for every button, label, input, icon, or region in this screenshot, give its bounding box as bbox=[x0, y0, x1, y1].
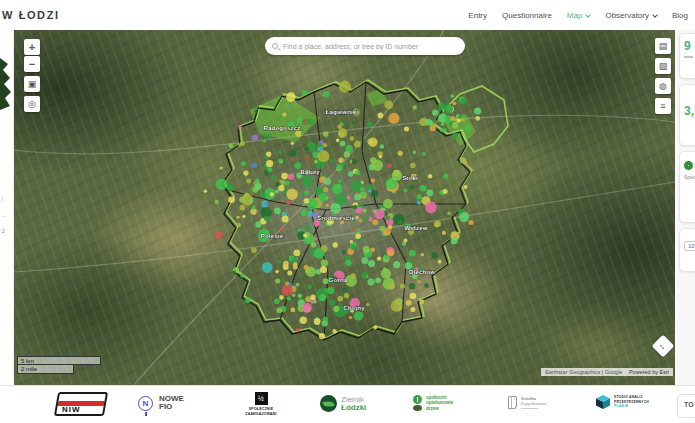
partner-logo-nowe-fio[interactable]: N NOWE FIO bbox=[138, 395, 184, 411]
tree-dot[interactable] bbox=[400, 283, 405, 288]
tree-dot[interactable] bbox=[388, 113, 399, 124]
tree-dot[interactable] bbox=[243, 171, 248, 176]
tree-dot[interactable] bbox=[330, 203, 341, 214]
tree-dot[interactable] bbox=[404, 189, 408, 193]
tree-dot[interactable] bbox=[380, 144, 384, 148]
tree-dot[interactable] bbox=[384, 254, 389, 259]
tree-dot[interactable] bbox=[282, 216, 289, 223]
tree-dot[interactable] bbox=[450, 116, 455, 121]
tree-dot[interactable] bbox=[413, 105, 417, 109]
zoom-in-button[interactable]: + bbox=[24, 39, 40, 55]
tree-dot[interactable] bbox=[387, 164, 392, 169]
tree-dot[interactable] bbox=[345, 260, 351, 266]
tree-dot[interactable] bbox=[298, 293, 302, 297]
tree-dot[interactable] bbox=[433, 119, 436, 122]
tree-dot[interactable] bbox=[355, 233, 361, 239]
tree-dot[interactable] bbox=[325, 197, 328, 200]
tree-dot[interactable] bbox=[333, 242, 338, 247]
tree-dot[interactable] bbox=[354, 141, 361, 148]
tree-dot[interactable] bbox=[371, 190, 378, 197]
tree-dot[interactable] bbox=[350, 124, 354, 128]
tree-dot[interactable] bbox=[413, 151, 416, 154]
tree-dot[interactable] bbox=[460, 98, 467, 105]
tree-dot[interactable] bbox=[349, 316, 352, 319]
tree-dot[interactable] bbox=[361, 272, 368, 279]
tree-dot[interactable] bbox=[307, 142, 314, 149]
tree-dot[interactable] bbox=[378, 113, 384, 119]
tree-dot[interactable] bbox=[443, 173, 448, 178]
tree-dot[interactable] bbox=[319, 294, 326, 301]
tree-dot[interactable] bbox=[465, 125, 471, 131]
tree-dot[interactable] bbox=[440, 128, 444, 132]
map-canvas[interactable]: ŁagiewnikiRadogoszczBałutyStokiŚródmieśc… bbox=[14, 30, 675, 385]
partner-logo-opiekunowie-drzew[interactable]: społeczni opiekunowie drzew bbox=[413, 395, 453, 411]
tree-dot[interactable] bbox=[288, 174, 294, 180]
tree-dot[interactable] bbox=[361, 257, 368, 264]
tree-dot[interactable] bbox=[233, 271, 236, 274]
tree-dot[interactable] bbox=[375, 277, 381, 283]
locate-button[interactable]: ◎ bbox=[24, 96, 40, 112]
tree-dot[interactable] bbox=[404, 239, 408, 243]
nav-map[interactable]: Map bbox=[567, 11, 591, 20]
tree-dot[interactable] bbox=[355, 170, 360, 175]
tree-dot[interactable] bbox=[428, 174, 432, 178]
tree-dot[interactable] bbox=[323, 131, 329, 137]
tree-dot[interactable] bbox=[386, 216, 390, 220]
tree-dot[interactable] bbox=[204, 190, 207, 193]
tree-dot[interactable] bbox=[373, 325, 377, 329]
tree-dot[interactable] bbox=[300, 317, 307, 324]
tree-dot[interactable] bbox=[294, 162, 301, 169]
tree-dot[interactable] bbox=[313, 300, 316, 303]
tree-dot[interactable] bbox=[469, 220, 474, 225]
tree-dot[interactable] bbox=[442, 231, 446, 235]
tree-dot[interactable] bbox=[344, 293, 349, 298]
tree-dot[interactable] bbox=[296, 283, 300, 287]
tree-dot[interactable] bbox=[330, 159, 334, 163]
tree-dot[interactable] bbox=[277, 308, 283, 314]
tree-dot[interactable] bbox=[420, 299, 425, 304]
tree-dot[interactable] bbox=[409, 250, 416, 257]
tree-dot[interactable] bbox=[237, 223, 241, 227]
nav-questionnaire[interactable]: Questionnaire bbox=[502, 11, 552, 20]
partner-logo-zajaczkowska[interactable]: Szkółka Zajączkowska bbox=[508, 396, 546, 409]
tree-dot[interactable] bbox=[461, 118, 465, 122]
tree-dot[interactable] bbox=[287, 271, 292, 276]
tree-dot[interactable] bbox=[285, 282, 289, 286]
tree-dot[interactable] bbox=[367, 122, 373, 128]
list-button[interactable]: ≡ bbox=[655, 98, 671, 114]
tree-dot[interactable] bbox=[391, 300, 403, 312]
tree-dot[interactable] bbox=[275, 278, 280, 283]
tree-dot[interactable] bbox=[303, 234, 307, 238]
tree-dot[interactable] bbox=[452, 133, 458, 139]
tree-dot[interactable] bbox=[377, 256, 381, 260]
tree-dot[interactable] bbox=[308, 211, 314, 217]
tree-dot[interactable] bbox=[307, 284, 312, 289]
tree-dot[interactable] bbox=[389, 283, 395, 289]
stat-card-total[interactable]: 3,1 bbox=[679, 84, 695, 146]
tree-dot[interactable] bbox=[319, 333, 325, 339]
tree-dot[interactable] bbox=[404, 126, 409, 131]
scroll-top-button[interactable]: TO bbox=[677, 394, 695, 418]
tree-dot[interactable] bbox=[451, 94, 455, 98]
tree-dot[interactable] bbox=[290, 156, 295, 161]
tree-dot[interactable] bbox=[252, 135, 258, 141]
tree-dot[interactable] bbox=[289, 282, 293, 286]
tree-dot[interactable] bbox=[302, 303, 312, 313]
tree-dot[interactable] bbox=[302, 119, 308, 125]
nav-entry[interactable]: Entry bbox=[468, 11, 487, 20]
tree-dot[interactable] bbox=[306, 266, 316, 276]
tree-dot[interactable] bbox=[406, 300, 412, 306]
settings-button[interactable]: ◍ bbox=[655, 78, 671, 94]
tree-dot[interactable] bbox=[238, 143, 241, 146]
tree-dot[interactable] bbox=[286, 201, 290, 205]
tree-dot[interactable] bbox=[320, 266, 327, 273]
basemap-button[interactable]: ▣ bbox=[24, 76, 40, 92]
tree-dot[interactable] bbox=[292, 258, 297, 263]
stat-card-filter[interactable]: 10 bbox=[679, 228, 695, 272]
tree-dot[interactable] bbox=[321, 260, 328, 267]
partner-logo-niw[interactable]: NIW bbox=[56, 392, 106, 416]
tree-dot[interactable] bbox=[324, 178, 331, 185]
tree-dot[interactable] bbox=[340, 122, 344, 126]
nav-blog[interactable]: Blog bbox=[672, 11, 688, 20]
filter-chip[interactable]: 10 bbox=[684, 241, 695, 251]
